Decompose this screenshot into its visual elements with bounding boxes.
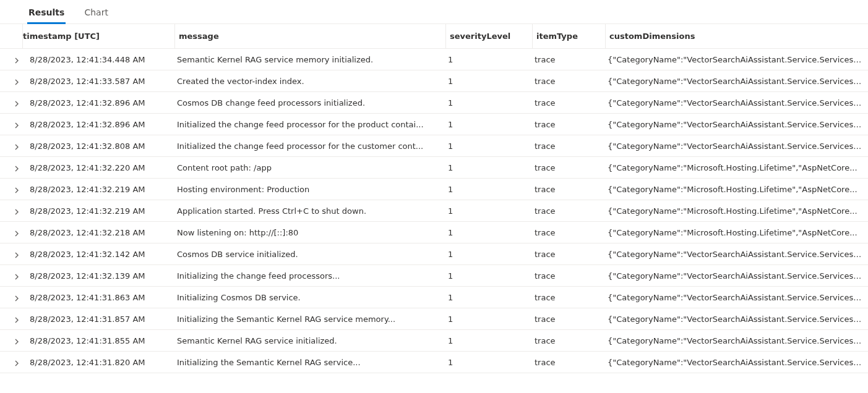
tab-chart[interactable]: Chart [83, 5, 109, 23]
cell-timestamp: 8/28/2023, 12:41:32.219 AM [22, 185, 174, 194]
cell-severitylevel: 1 [445, 120, 532, 129]
cell-itemtype: trace [532, 315, 605, 324]
cell-severitylevel: 1 [445, 142, 532, 151]
table-row[interactable]: 8/28/2023, 12:41:32.218 AMNow listening … [0, 222, 868, 243]
chevron-right-icon [14, 186, 20, 192]
cell-itemtype: trace [532, 55, 605, 64]
expand-toggle[interactable] [0, 273, 22, 279]
cell-message: Initialized the change feed processor fo… [174, 142, 445, 151]
expand-toggle[interactable] [0, 56, 22, 62]
header-severitylevel[interactable]: severityLevel [445, 24, 532, 48]
cell-message: Initializing Cosmos DB service. [174, 293, 445, 302]
chevron-right-icon [14, 294, 20, 300]
cell-severitylevel: 1 [445, 336, 532, 345]
cell-severitylevel: 1 [445, 77, 532, 86]
cell-message: Cosmos DB service initialized. [174, 250, 445, 259]
table-row[interactable]: 8/28/2023, 12:41:32.896 AMCosmos DB chan… [0, 92, 868, 114]
cell-itemtype: trace [532, 120, 605, 129]
cell-customdimensions: {"CategoryName":"Microsoft.Hosting.Lifet… [605, 228, 868, 237]
expand-toggle[interactable] [0, 143, 22, 149]
expand-toggle[interactable] [0, 251, 22, 257]
expand-toggle[interactable] [0, 316, 22, 322]
table-row[interactable]: 8/28/2023, 12:41:31.857 AMInitializing t… [0, 308, 868, 330]
chevron-right-icon [14, 164, 20, 171]
cell-timestamp: 8/28/2023, 12:41:31.855 AM [22, 336, 174, 345]
expand-toggle[interactable] [0, 208, 22, 214]
table-row[interactable]: 8/28/2023, 12:41:32.139 AMInitializing t… [0, 265, 868, 287]
cell-itemtype: trace [532, 358, 605, 367]
table-row[interactable]: 8/28/2023, 12:41:34.448 AMSemantic Kerne… [0, 49, 868, 70]
cell-timestamp: 8/28/2023, 12:41:32.139 AM [22, 271, 174, 281]
cell-customdimensions: {"CategoryName":"VectorSearchAiAssistant… [605, 142, 868, 151]
cell-message: Initializing the Semantic Kernel RAG ser… [174, 358, 445, 367]
chevron-right-icon [14, 337, 20, 344]
chevron-right-icon [14, 316, 20, 322]
table-row[interactable]: 8/28/2023, 12:41:33.587 AMCreated the ve… [0, 70, 868, 92]
cell-itemtype: trace [532, 163, 605, 172]
cell-severitylevel: 1 [445, 206, 532, 216]
cell-message: Initializing the change feed processors.… [174, 271, 445, 281]
expand-toggle[interactable] [0, 99, 22, 106]
table-row[interactable]: 8/28/2023, 12:41:31.820 AMInitializing t… [0, 352, 868, 373]
table-row[interactable]: 8/28/2023, 12:41:32.219 AMApplication st… [0, 200, 868, 222]
cell-customdimensions: {"CategoryName":"VectorSearchAiAssistant… [605, 55, 868, 64]
tab-results[interactable]: Results [27, 5, 66, 23]
chevron-right-icon [14, 56, 20, 62]
cell-customdimensions: {"CategoryName":"Microsoft.Hosting.Lifet… [605, 185, 868, 194]
cell-customdimensions: {"CategoryName":"VectorSearchAiAssistant… [605, 336, 868, 345]
cell-customdimensions: {"CategoryName":"VectorSearchAiAssistant… [605, 98, 868, 108]
expand-toggle[interactable] [0, 121, 22, 127]
cell-customdimensions: {"CategoryName":"VectorSearchAiAssistant… [605, 293, 868, 302]
cell-message: Initializing the Semantic Kernel RAG ser… [174, 315, 445, 324]
table-row[interactable]: 8/28/2023, 12:41:31.863 AMInitializing C… [0, 287, 868, 308]
cell-timestamp: 8/28/2023, 12:41:32.896 AM [22, 98, 174, 108]
cell-customdimensions: {"CategoryName":"VectorSearchAiAssistant… [605, 250, 868, 259]
table-header-row: timestamp [UTC] message severityLevel it… [0, 24, 868, 49]
table-body: 8/28/2023, 12:41:34.448 AMSemantic Kerne… [0, 49, 868, 373]
table-row[interactable]: 8/28/2023, 12:41:32.142 AMCosmos DB serv… [0, 243, 868, 265]
cell-customdimensions: {"CategoryName":"VectorSearchAiAssistant… [605, 315, 868, 324]
table-row[interactable]: 8/28/2023, 12:41:32.219 AMHosting enviro… [0, 179, 868, 200]
cell-severitylevel: 1 [445, 228, 532, 237]
cell-itemtype: trace [532, 77, 605, 86]
table-row[interactable]: 8/28/2023, 12:41:32.220 AMContent root p… [0, 157, 868, 179]
expand-toggle[interactable] [0, 359, 22, 365]
cell-message: Semantic Kernel RAG service memory initi… [174, 55, 445, 64]
cell-timestamp: 8/28/2023, 12:41:32.218 AM [22, 228, 174, 237]
expand-toggle[interactable] [0, 164, 22, 171]
cell-severitylevel: 1 [445, 55, 532, 64]
expand-toggle[interactable] [0, 229, 22, 235]
expand-toggle[interactable] [0, 78, 22, 84]
cell-itemtype: trace [532, 142, 605, 151]
cell-itemtype: trace [532, 293, 605, 302]
cell-itemtype: trace [532, 185, 605, 194]
cell-severitylevel: 1 [445, 271, 532, 281]
cell-customdimensions: {"CategoryName":"Microsoft.Hosting.Lifet… [605, 206, 868, 216]
cell-customdimensions: {"CategoryName":"VectorSearchAiAssistant… [605, 77, 868, 86]
cell-timestamp: 8/28/2023, 12:41:34.448 AM [22, 55, 174, 64]
expand-toggle[interactable] [0, 294, 22, 300]
cell-customdimensions: {"CategoryName":"Microsoft.Hosting.Lifet… [605, 163, 868, 172]
cell-severitylevel: 1 [445, 293, 532, 302]
table-row[interactable]: 8/28/2023, 12:41:32.808 AMInitialized th… [0, 135, 868, 157]
expand-toggle[interactable] [0, 337, 22, 344]
cell-customdimensions: {"CategoryName":"VectorSearchAiAssistant… [605, 358, 868, 367]
table-row[interactable]: 8/28/2023, 12:41:31.855 AMSemantic Kerne… [0, 330, 868, 352]
header-customdimensions[interactable]: customDimensions [605, 24, 868, 48]
header-itemtype[interactable]: itemType [532, 24, 605, 48]
cell-itemtype: trace [532, 98, 605, 108]
cell-timestamp: 8/28/2023, 12:41:32.142 AM [22, 250, 174, 259]
chevron-right-icon [14, 359, 20, 365]
header-message[interactable]: message [174, 24, 445, 48]
cell-customdimensions: {"CategoryName":"VectorSearchAiAssistant… [605, 271, 868, 281]
cell-severitylevel: 1 [445, 98, 532, 108]
cell-timestamp: 8/28/2023, 12:41:33.587 AM [22, 77, 174, 86]
cell-timestamp: 8/28/2023, 12:41:31.820 AM [22, 358, 174, 367]
cell-severitylevel: 1 [445, 163, 532, 172]
table-row[interactable]: 8/28/2023, 12:41:32.896 AMInitialized th… [0, 114, 868, 135]
header-timestamp[interactable]: timestamp [UTC] [22, 24, 174, 48]
cell-severitylevel: 1 [445, 185, 532, 194]
cell-itemtype: trace [532, 336, 605, 345]
cell-message: Content root path: /app [174, 163, 445, 172]
expand-toggle[interactable] [0, 186, 22, 192]
